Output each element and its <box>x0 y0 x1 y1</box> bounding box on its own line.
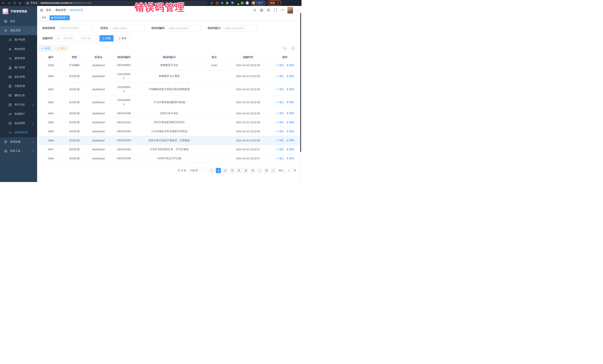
start-date-placeholder[interactable]: 开始日期 <box>61 37 75 40</box>
fullscreen-icon[interactable] <box>274 9 277 12</box>
goto-label: 前往 <box>279 169 283 172</box>
github-icon[interactable] <box>260 9 263 12</box>
edit-link[interactable]: 修改 <box>276 75 284 78</box>
delete-link[interactable]: 删除 <box>286 157 294 160</box>
sidebar-item-user[interactable]: 用户管理 <box>0 35 37 44</box>
app-name-input[interactable] <box>113 27 142 30</box>
date-range-picker[interactable]: 开始日期 - 结束日期 <box>55 35 95 42</box>
sidebar-item-post[interactable]: 岗位管理 <box>0 72 37 82</box>
sidebar-item-notice[interactable]: 通知公告 <box>0 91 37 100</box>
tab-home[interactable]: 首页 <box>40 15 48 20</box>
address-bar[interactable]: 不安全 dashboard.yudao.iocoder.cn/system/er… <box>24 1 208 5</box>
delete-link[interactable]: 删除 <box>286 101 294 104</box>
add-button[interactable]: 新增 <box>39 46 52 51</box>
user-avatar[interactable] <box>287 7 293 13</box>
edit-link[interactable]: 修改 <box>276 101 284 104</box>
browser-menu-dots-icon[interactable] <box>277 2 279 4</box>
sidebar-item-role[interactable]: 角色管理 <box>0 44 37 54</box>
refresh-table-button[interactable] <box>290 45 296 51</box>
hamburger-icon[interactable] <box>40 9 43 12</box>
help-icon[interactable] <box>267 9 270 12</box>
edit-link[interactable]: 修改 <box>276 130 284 133</box>
sidebar-item-home[interactable]: 首页 <box>0 17 37 26</box>
bookmark-star-icon[interactable] <box>210 1 213 5</box>
sidebar-item-sms[interactable]: 短信管理 <box>0 119 37 128</box>
delete-link[interactable]: 删除 <box>286 139 294 142</box>
not-secure-label[interactable]: 不安全 <box>30 1 37 5</box>
edit-link[interactable]: 修改 <box>276 88 284 91</box>
extension-icon[interactable] <box>231 2 234 4</box>
search-icon[interactable] <box>253 9 256 12</box>
breadcrumb-item-system[interactable]: 系统管理 <box>55 9 66 12</box>
url-text[interactable]: dashboard.yudao.iocoder.cn/system/error-… <box>41 2 92 4</box>
delete-link[interactable]: 删除 <box>286 111 294 115</box>
extension-icon[interactable] <box>216 2 219 4</box>
sidebar-item-dict[interactable]: 字典管理 <box>0 82 37 91</box>
delete-link[interactable]: 删除 <box>286 148 294 151</box>
sidebar-item-menu[interactable]: 菜单管理 <box>0 54 37 63</box>
delete-link[interactable]: 删除 <box>286 121 294 124</box>
edit-link[interactable]: 修改 <box>276 139 284 142</box>
delete-link[interactable]: 删除 <box>286 75 294 78</box>
breadcrumb-item-current[interactable]: 错误码管理 <box>70 9 83 12</box>
extension-icon[interactable] <box>221 1 224 4</box>
error-hint-input[interactable] <box>225 27 255 30</box>
sidebar-item-online[interactable]: 在线用户 <box>0 109 37 119</box>
page-size-select[interactable]: 10条/页 <box>188 168 207 173</box>
edit-link[interactable]: 修改 <box>276 121 284 124</box>
sidebar-item-infra[interactable]: 基础设施 <box>0 137 37 146</box>
next-page-button[interactable] <box>271 168 276 173</box>
delete-link[interactable]: 删除 <box>286 64 294 67</box>
sidebar-item-audit[interactable]: 审计日志 <box>0 100 37 109</box>
table-cell: 自动生成 <box>63 130 85 133</box>
extension-icon[interactable] <box>236 2 239 4</box>
goto-page-input[interactable] <box>285 168 293 173</box>
browser-forward-icon[interactable] <box>7 1 11 5</box>
browser-reload-icon[interactable] <box>13 1 16 5</box>
edit-link-label: 修改 <box>279 139 284 142</box>
error-code-input[interactable] <box>169 27 198 30</box>
window-scrollbar[interactable] <box>300 6 302 182</box>
paused-badge[interactable]: 已暂停 <box>251 1 266 5</box>
goto-suffix: 页 <box>294 169 296 172</box>
tab-error-code[interactable]: 错误码管理 <box>49 15 70 20</box>
browser-update-button[interactable]: 更新 <box>268 0 281 6</box>
reset-button[interactable]: 重置 <box>116 35 129 42</box>
extension-icon[interactable]: v <box>226 2 229 4</box>
page-number-button[interactable]: 4 <box>236 168 242 173</box>
page-number-button[interactable]: 3 <box>230 168 235 173</box>
page-number-button[interactable]: 2 <box>223 168 228 173</box>
extensions-puzzle-icon[interactable] <box>246 2 249 4</box>
update-label: 更新 <box>270 1 275 5</box>
search-button[interactable]: 搜索 <box>99 35 114 42</box>
edit-link[interactable]: 修改 <box>276 111 284 115</box>
sidebar-item-system[interactable]: 系统管理 <box>0 26 37 35</box>
browser-home-icon[interactable] <box>19 1 22 5</box>
delete-link[interactable]: 删除 <box>286 88 294 91</box>
extension-icon[interactable] <box>241 2 244 4</box>
page-ellipsis[interactable] <box>257 168 262 173</box>
export-button[interactable]: 导出 <box>55 46 68 51</box>
toggle-search-button[interactable] <box>282 45 288 51</box>
delete-link[interactable]: 删除 <box>286 130 294 133</box>
prev-page-button[interactable] <box>209 168 214 173</box>
sidebar-logo[interactable]: 芋道管理系统 <box>0 6 37 17</box>
error-type-select[interactable]: 请选择错误码类型 <box>58 25 94 31</box>
page-number-button[interactable]: 6 <box>250 168 255 173</box>
scrollbar-thumb[interactable] <box>300 13 301 152</box>
sidebar-item-errcode[interactable]: 错误码管理 <box>0 128 37 137</box>
page-number-button[interactable]: 1 <box>216 168 221 173</box>
breadcrumb-item-home[interactable]: 首页 <box>46 9 51 12</box>
page-number-button[interactable]: 8 <box>264 168 269 173</box>
end-date-placeholder[interactable]: 结束日期 <box>79 37 93 40</box>
browser-back-icon[interactable] <box>2 1 5 5</box>
edit-link[interactable]: 修改 <box>276 148 284 151</box>
caret-down-icon[interactable] <box>297 9 299 11</box>
font-size-icon[interactable]: TT <box>280 9 284 12</box>
sidebar-item-dept[interactable]: 部门管理 <box>0 63 37 72</box>
sidebar-item-devtool[interactable]: 研发工具 <box>0 146 37 156</box>
edit-link[interactable]: 修改 <box>276 64 284 67</box>
edit-link[interactable]: 修改 <box>276 157 284 160</box>
page-number-button[interactable]: 5 <box>243 168 248 173</box>
close-icon[interactable] <box>66 17 68 19</box>
